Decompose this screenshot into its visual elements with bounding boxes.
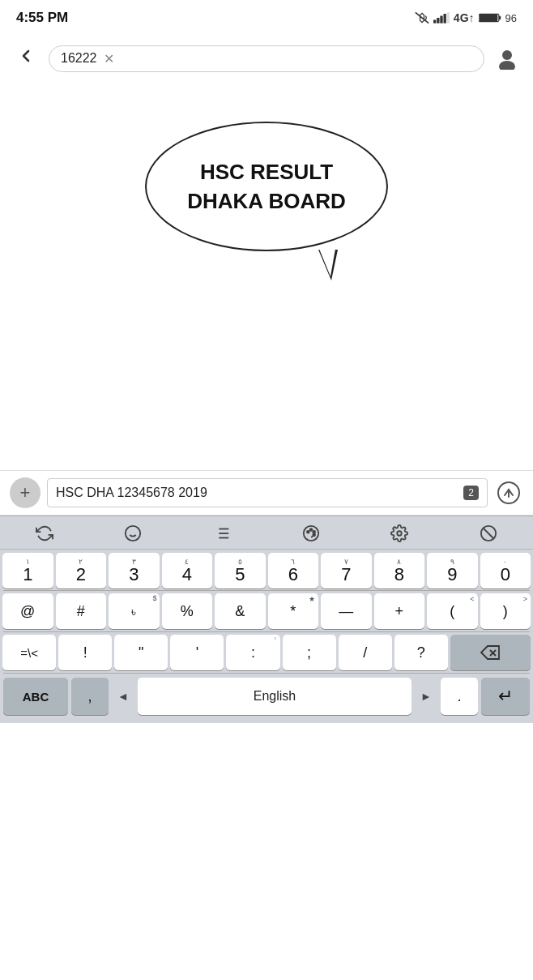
key-open-paren[interactable]: (< [427, 593, 478, 629]
key-colon[interactable]: :° [226, 635, 279, 670]
key-2[interactable]: ٢2 [56, 553, 107, 588]
kb-toolbar-list[interactable] [207, 523, 237, 544]
main-content: HSC RESULT DHAKA BOARD [0, 81, 533, 454]
keyboard: ١1 ٢2 ٣3 ٤4 ٥5 ٦6 ٧7 ٨8 ٩9 ٠0 @ # ৳$ % &… [0, 516, 533, 723]
key-5[interactable]: ٥5 [215, 553, 266, 588]
key-lang-left[interactable]: ◄ [112, 678, 134, 715]
key-percent[interactable]: % [162, 593, 213, 629]
kb-toolbar-refresh[interactable] [29, 523, 60, 544]
kb-bottom-row: ABC , ◄ English ► . ↵ [0, 674, 533, 723]
address-bar[interactable]: 16222 ✕ [49, 45, 484, 72]
kb-toolbar-emoji[interactable] [117, 523, 148, 544]
speech-bubble: HSC RESULT DHAKA BOARD [145, 122, 388, 251]
address-close-icon[interactable]: ✕ [104, 51, 114, 66]
language-label: English [254, 689, 296, 704]
abc-label: ABC [23, 690, 49, 704]
key-asterisk[interactable]: *★ [268, 593, 319, 629]
kb-toolbar-palette[interactable] [296, 523, 326, 544]
svg-point-24 [309, 529, 312, 531]
key-semicolon[interactable]: ; [283, 635, 336, 670]
char-count-badge: 2 [463, 486, 479, 500]
svg-rect-3 [440, 16, 442, 24]
input-text: HSC DHA 12345678 2019 [56, 486, 457, 500]
address-text: 16222 [61, 51, 97, 66]
key-language[interactable]: English [138, 678, 411, 715]
key-plus[interactable]: + [374, 593, 425, 629]
key-close-paren[interactable]: )> [480, 593, 531, 629]
key-8[interactable]: ٨8 [374, 553, 425, 588]
period-label: . [457, 688, 461, 705]
key-0[interactable]: ٠0 [480, 553, 531, 588]
status-icons: 4G↑ 96 [415, 11, 517, 24]
key-squote[interactable]: ' [170, 635, 224, 670]
key-dquote[interactable]: " [114, 635, 168, 670]
svg-rect-5 [447, 12, 450, 23]
kb-toolbar [0, 516, 533, 550]
message-input[interactable]: HSC DHA 12345678 2019 2 [47, 478, 488, 507]
key-ampersand[interactable]: & [215, 593, 266, 629]
bubble-text: HSC RESULT DHAKA BOARD [179, 157, 354, 216]
send-button[interactable] [494, 478, 523, 507]
key-at[interactable]: @ [2, 593, 53, 629]
svg-point-27 [398, 531, 403, 536]
key-hash[interactable]: # [56, 593, 107, 629]
backspace-icon [480, 645, 500, 660]
key-backspace[interactable] [450, 635, 531, 670]
kb-toolbar-settings[interactable] [384, 523, 415, 544]
svg-point-13 [126, 526, 140, 541]
svg-point-10 [499, 61, 515, 70]
svg-rect-8 [479, 15, 497, 21]
svg-point-9 [502, 50, 512, 60]
svg-point-23 [307, 531, 309, 533]
key-exclaim[interactable]: ! [58, 635, 112, 670]
back-button[interactable] [13, 43, 39, 74]
message-bar: + HSC DHA 12345678 2019 2 [0, 470, 533, 516]
key-comma[interactable]: , [71, 678, 109, 715]
key-taka[interactable]: ৳$ [109, 593, 160, 629]
svg-point-25 [313, 531, 315, 533]
signal-icon [433, 11, 450, 24]
comma-label: , [87, 688, 92, 705]
status-time: 4:55 PM [16, 10, 68, 26]
mute-icon [415, 11, 429, 24]
add-button[interactable]: + [10, 477, 41, 508]
top-nav: 16222 ✕ [0, 36, 533, 81]
key-6[interactable]: ٦6 [268, 553, 319, 588]
key-equals[interactable]: =\< [2, 635, 56, 670]
key-slash[interactable]: / [339, 635, 392, 670]
enter-label: ↵ [498, 686, 513, 707]
battery-icon [479, 11, 501, 24]
kb-toolbar-block[interactable] [473, 523, 504, 544]
user-icon [496, 47, 518, 70]
profile-icon[interactable] [494, 45, 520, 71]
number-row: ١1 ٢2 ٣3 ٤4 ٥5 ٦6 ٧7 ٨8 ٩9 ٠0 [0, 550, 533, 590]
key-1[interactable]: ١1 [2, 553, 53, 588]
key-enter[interactable]: ↵ [481, 678, 530, 715]
key-question[interactable]: ? [394, 635, 448, 670]
svg-rect-1 [433, 20, 436, 24]
key-7[interactable]: ٧7 [321, 553, 372, 588]
symbol-row-1: @ # ৳$ % & *★ — + (< )> [0, 591, 533, 631]
status-bar: 4:55 PM 4G↑ 96 [0, 0, 533, 36]
key-abc[interactable]: ABC [3, 678, 68, 715]
right-arrow-label: ► [420, 690, 432, 703]
svg-rect-2 [437, 18, 439, 24]
key-3[interactable]: ٣3 [109, 553, 160, 588]
svg-line-29 [484, 529, 494, 539]
battery-label: 96 [505, 12, 517, 24]
key-lang-right[interactable]: ► [415, 678, 437, 715]
svg-rect-4 [443, 14, 446, 24]
key-period[interactable]: . [441, 678, 478, 715]
network-label: 4G↑ [454, 11, 475, 24]
svg-rect-7 [498, 16, 500, 20]
left-arrow-label: ◄ [117, 690, 129, 703]
key-9[interactable]: ٩9 [427, 553, 478, 588]
key-4[interactable]: ٤4 [162, 553, 213, 588]
key-dash[interactable]: — [321, 593, 372, 629]
symbol-row-2: =\< ! " ' :° ; / ? [0, 632, 533, 673]
send-icon [497, 481, 520, 504]
